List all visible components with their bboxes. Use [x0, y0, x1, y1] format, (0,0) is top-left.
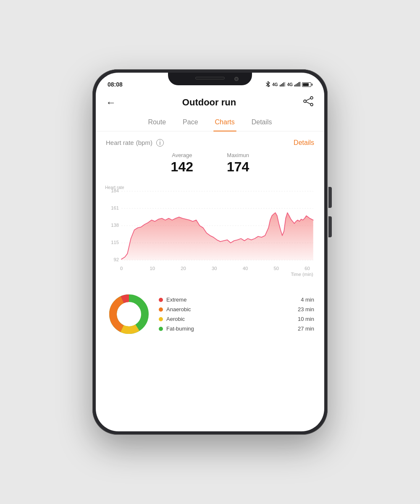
- phone-frame: 08:08 4G 4G: [92, 69, 328, 435]
- notch: [168, 73, 252, 85]
- battery-icon: [302, 82, 312, 87]
- signal-bars2-icon: [294, 82, 300, 87]
- donut-chart: [106, 291, 152, 337]
- tab-charts[interactable]: Charts: [213, 115, 236, 131]
- signal-4g2-icon: 4G: [287, 82, 293, 87]
- page-header: ← Outdoor run: [96, 91, 324, 112]
- chart-container: 184 161 138 115 92 Heart rate: [96, 185, 324, 284]
- side-button-right2: [328, 216, 332, 237]
- status-time: 08:08: [108, 81, 123, 88]
- svg-point-11: [304, 100, 306, 102]
- maximum-stat: Maximun 174: [227, 152, 249, 175]
- section-header: Heart rate (bpm) i Details: [106, 138, 314, 147]
- section-title-group: Heart rate (bpm) i: [106, 138, 164, 147]
- anaerobic-dot: [159, 307, 163, 312]
- section-title-text: Heart rate: [106, 139, 134, 146]
- extreme-dot: [159, 298, 163, 302]
- average-stat: Average 142: [171, 152, 193, 175]
- legend-section: Extreme 4 min Anaerobic 23 min Aerobic 1…: [96, 284, 324, 337]
- tab-pace[interactable]: Pace: [181, 115, 200, 131]
- svg-line-13: [306, 99, 310, 101]
- svg-rect-9: [299, 82, 300, 87]
- svg-text:50: 50: [273, 266, 279, 271]
- svg-text:40: 40: [243, 266, 248, 271]
- back-button[interactable]: ←: [106, 97, 116, 108]
- svg-text:30: 30: [212, 266, 217, 271]
- legend-item-anaerobic: Anaerobic 23 min: [159, 306, 314, 312]
- svg-point-10: [310, 97, 313, 99]
- svg-text:138: 138: [111, 223, 119, 228]
- tab-bar: Route Pace Charts Details: [96, 112, 324, 131]
- heart-rate-section: Heart rate (bpm) i Details Average 142 M…: [96, 131, 324, 185]
- heart-rate-chart: 184 161 138 115 92 Heart rate: [102, 185, 318, 279]
- svg-text:115: 115: [111, 240, 119, 245]
- svg-text:60: 60: [304, 266, 310, 271]
- bluetooth-icon: [265, 81, 270, 88]
- tab-route[interactable]: Route: [146, 115, 168, 131]
- details-link[interactable]: Details: [294, 139, 314, 147]
- maximum-label: Maximun: [227, 152, 249, 158]
- svg-rect-5: [294, 85, 295, 87]
- svg-text:10: 10: [150, 266, 155, 271]
- svg-rect-0: [280, 85, 281, 87]
- aerobic-label: Aerobic: [166, 316, 294, 322]
- side-button-right: [328, 187, 332, 208]
- average-label: Average: [171, 152, 193, 158]
- extreme-label: Extreme: [166, 297, 297, 303]
- stats-row: Average 142 Maximun 174: [106, 152, 314, 175]
- svg-text:161: 161: [111, 205, 119, 210]
- aerobic-dot: [159, 317, 163, 321]
- svg-rect-7: [297, 83, 298, 87]
- legend-item-aerobic: Aerobic 10 min: [159, 316, 314, 322]
- signal-4g-icon: 4G: [272, 82, 278, 87]
- svg-text:20: 20: [181, 266, 186, 271]
- average-value: 142: [171, 159, 193, 175]
- legend-items: Extreme 4 min Anaerobic 23 min Aerobic 1…: [159, 291, 314, 337]
- svg-rect-6: [296, 84, 297, 87]
- share-icon[interactable]: [302, 96, 314, 108]
- svg-text:Heart rate: Heart rate: [105, 185, 124, 190]
- svg-point-38: [117, 302, 141, 326]
- svg-text:Time (min): Time (min): [291, 272, 313, 277]
- notch-speaker: [195, 77, 225, 79]
- page-title: Outdoor run: [182, 97, 236, 108]
- anaerobic-label: Anaerobic: [166, 306, 294, 312]
- svg-point-12: [310, 103, 313, 106]
- svg-text:92: 92: [113, 257, 119, 262]
- svg-line-14: [306, 102, 310, 104]
- fatburn-value: 27 min: [298, 326, 314, 332]
- svg-text:0: 0: [120, 266, 123, 271]
- screen-content: ← Outdoor run Route Pace Charts D: [96, 91, 324, 431]
- extreme-value: 4 min: [301, 297, 314, 303]
- fatburn-dot: [159, 327, 163, 331]
- section-unit: (bpm): [136, 139, 152, 146]
- svg-rect-3: [284, 82, 284, 87]
- section-title: Heart rate (bpm) i: [106, 138, 164, 147]
- signal-bars-icon: [280, 82, 286, 87]
- aerobic-value: 10 min: [298, 316, 314, 322]
- anaerobic-value: 23 min: [298, 306, 314, 312]
- legend-item-extreme: Extreme 4 min: [159, 297, 314, 303]
- fatburn-label: Fat-buming: [166, 326, 294, 332]
- status-icons: 4G 4G: [265, 81, 312, 88]
- svg-rect-8: [298, 82, 299, 87]
- svg-rect-1: [281, 84, 282, 87]
- svg-rect-2: [282, 83, 283, 87]
- legend-item-fatburn: Fat-buming 27 min: [159, 326, 314, 332]
- notch-camera: [234, 77, 239, 81]
- svg-rect-4: [285, 82, 286, 87]
- phone-screen: 08:08 4G 4G: [96, 73, 324, 431]
- info-icon[interactable]: i: [156, 139, 164, 147]
- maximum-value: 174: [227, 159, 249, 175]
- tab-details[interactable]: Details: [250, 115, 274, 131]
